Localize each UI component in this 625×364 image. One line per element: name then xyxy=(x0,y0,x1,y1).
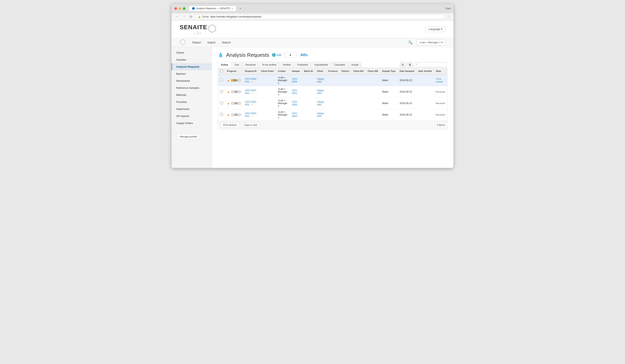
tab-cancelled[interactable]: Cancelled xyxy=(331,62,348,68)
row-province-cell xyxy=(326,74,340,86)
tab-verified[interactable]: Verified xyxy=(280,62,294,68)
ars-link[interactable]: ARs xyxy=(300,53,308,57)
tab-received[interactable]: Received xyxy=(242,62,258,68)
row-sample-cell: H2O-0001 xyxy=(290,86,302,97)
sample-link[interactable]: H2O-0002 xyxy=(292,100,298,106)
row-checkbox[interactable] xyxy=(220,113,223,116)
tab-active[interactable]: Active xyxy=(218,62,231,68)
row-sample-cell: H2O-0002 xyxy=(290,97,302,109)
row-sample-cell: H2O-0003 xyxy=(290,109,302,121)
state-badge: Received xyxy=(436,102,445,104)
url-secure-label: Sicher xyxy=(202,15,209,18)
reload-button[interactable]: ↻ xyxy=(188,14,193,19)
priority-icon: ▲ xyxy=(227,79,230,82)
minimize-button[interactable] xyxy=(179,7,181,10)
sidebar-ar-imports-label: AR Imports xyxy=(176,115,189,118)
row-client-ref-cell xyxy=(351,74,366,86)
manage-portlets-button[interactable]: Manage portlets xyxy=(177,134,200,140)
sidebar-samples-label: Samples xyxy=(176,58,187,61)
sidebar-item-samples[interactable]: Samples xyxy=(172,56,212,63)
nav-import-link[interactable]: Import xyxy=(204,38,219,47)
sample-link[interactable]: H2O-0003 xyxy=(292,112,298,118)
tab-due[interactable]: Due xyxy=(232,62,242,68)
client-link[interactable]: Happy Hills xyxy=(317,112,324,118)
row-date-verified-cell xyxy=(416,109,434,121)
count-input[interactable] xyxy=(284,52,296,58)
col-client-order: Client Order xyxy=(259,68,276,74)
sidebar-item-analysis-requests[interactable]: Analysis Requests xyxy=(172,63,212,70)
row-client-sid-cell xyxy=(366,109,380,121)
row-checkbox[interactable] xyxy=(220,79,223,81)
sidebar-item-statements[interactable]: Statements xyxy=(172,105,212,113)
close-button[interactable] xyxy=(174,7,177,10)
svg-marker-0 xyxy=(209,25,216,32)
sample-link[interactable]: H2O-0004 xyxy=(292,78,298,83)
state-badge: Received xyxy=(436,91,445,93)
secure-icon: 🔒 xyxy=(198,16,201,18)
copy-action-button[interactable]: ⧉ xyxy=(400,62,406,67)
row-checkbox-cell xyxy=(218,74,225,86)
add-circle-icon: + xyxy=(272,53,276,57)
search-button[interactable]: 🔍 xyxy=(406,39,414,46)
client-link[interactable]: Happy Hills xyxy=(317,78,324,83)
row-batch-id-cell xyxy=(302,97,315,109)
sidebar-item-reference-samples[interactable]: Reference Samples xyxy=(172,84,212,91)
warning-icon: ⚠ xyxy=(251,92,253,95)
tab-to-be-verified[interactable]: To be verified xyxy=(259,62,279,68)
row-batch-id-cell xyxy=(302,109,315,121)
row-checkbox-cell xyxy=(218,109,225,121)
row-state-cell: Received xyxy=(434,109,447,121)
sample-link[interactable]: H2O-0001 xyxy=(292,89,298,95)
breadcrumb-text: »Lab » Manager 1 xyxy=(419,41,440,44)
nav-search-link[interactable]: Search xyxy=(219,38,234,47)
breadcrumb-nav-button[interactable]: »Lab » Manager 1 ▾ xyxy=(417,39,445,45)
browser-tab[interactable]: 🔵 Analysis Requests — SENAITE ✕ xyxy=(189,6,236,11)
logo-area: SENAITE LIMS xyxy=(180,24,217,35)
row-progress-cell: ▲ 0% xyxy=(225,97,243,109)
sidebar-item-batches[interactable]: Batches xyxy=(172,70,212,77)
select-all-checkbox[interactable] xyxy=(220,69,223,72)
col-client: Client xyxy=(315,68,326,74)
col-district: District xyxy=(340,68,351,74)
sidebar-item-pricelists[interactable]: Pricelists xyxy=(172,98,212,105)
table-footer: Print stickers Copy to new 4 Items xyxy=(218,121,447,129)
row-date-sampled-cell: 2018-06-23 xyxy=(398,74,416,86)
add-link[interactable]: + Add xyxy=(272,53,281,57)
client-link[interactable]: Happy Hills xyxy=(317,100,324,106)
print-stickers-button[interactable]: Print stickers xyxy=(220,122,240,128)
sidebar-item-methods[interactable]: Methods xyxy=(172,91,212,98)
row-checkbox[interactable] xyxy=(220,90,223,93)
copy-to-new-button[interactable]: Copy to new xyxy=(241,122,260,128)
sidebar-supply-orders-label: Supply Orders xyxy=(176,121,193,125)
tab-search-input[interactable] xyxy=(414,62,447,67)
client-link[interactable]: Happy Hills xyxy=(317,89,324,95)
row-province-cell xyxy=(326,86,340,97)
sidebar-item-worksheets[interactable]: Worksheets xyxy=(172,77,212,84)
tab-published[interactable]: Published xyxy=(294,62,311,68)
tab-invalid[interactable]: Invalid xyxy=(348,62,361,68)
delete-action-button[interactable]: 🗑 xyxy=(407,62,413,67)
col-province: Province xyxy=(326,68,340,74)
address-bar[interactable]: 🔒 Sicher https://senaite.ridingbytes.com… xyxy=(195,14,445,19)
row-sample-type-cell: Water xyxy=(380,86,398,97)
row-date-verified-cell xyxy=(416,86,434,97)
items-count: 4 Items xyxy=(437,124,445,126)
row-state-cell: Received xyxy=(434,97,447,109)
row-checkbox[interactable] xyxy=(220,101,223,104)
tab-unpublished[interactable]: Unpublished xyxy=(311,62,331,68)
forward-button[interactable]: → xyxy=(181,14,187,19)
sidebar-item-ar-imports[interactable]: AR Imports xyxy=(172,113,212,120)
sidebar-analysis-requests-label: Analysis Requests xyxy=(176,65,200,68)
sidebar-item-clients[interactable]: Clients xyxy=(172,49,212,56)
back-button[interactable]: ← xyxy=(174,14,180,19)
address-menu-button[interactable]: ⋮ xyxy=(448,15,451,19)
row-client-sid-cell xyxy=(366,97,380,109)
new-tab-button[interactable]: + xyxy=(238,6,243,11)
language-button[interactable]: Language ▾ xyxy=(425,26,445,32)
maximize-button[interactable] xyxy=(183,7,186,10)
nav-report-link[interactable]: Report xyxy=(189,38,204,47)
sidebar-item-supply-orders[interactable]: Supply Orders xyxy=(172,120,212,127)
row-date-verified-cell xyxy=(416,74,434,86)
trash-icon: 🗑 xyxy=(408,63,411,66)
tab-close-icon[interactable]: ✕ xyxy=(231,7,233,10)
